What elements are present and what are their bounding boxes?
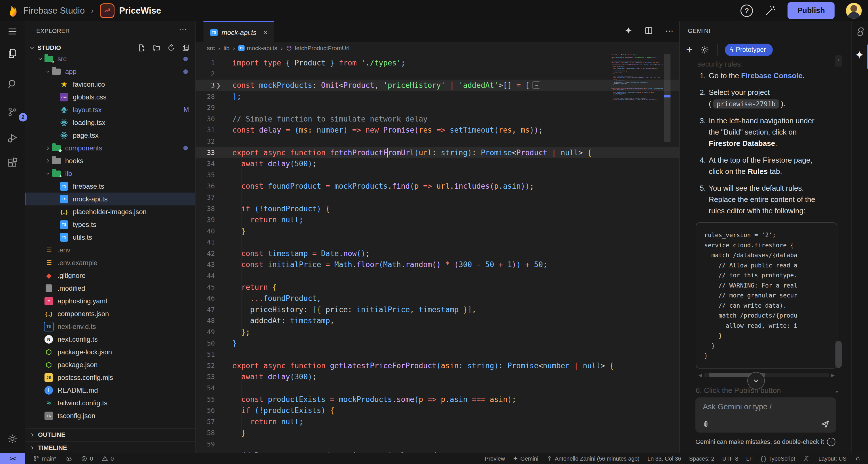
tree-item-page.tsx[interactable]: page.tsx (25, 129, 195, 142)
new-chat-icon[interactable]: + (686, 43, 692, 56)
tree-item-globals.css[interactable]: cssglobals.css (25, 91, 195, 103)
tree-item-layout.tsx[interactable]: layout.tsxM (25, 103, 195, 116)
breadcrumb-item-fetchProductFromUrl[interactable]: fetchProductFromUrl (286, 45, 349, 52)
tree-item-app[interactable]: app (25, 65, 195, 78)
tree-item-next-env.d.ts[interactable]: TSnext-env.d.ts (25, 320, 195, 333)
tree-item-README.md[interactable]: iREADME.md (25, 384, 195, 397)
debug-icon[interactable] (6, 132, 19, 144)
react-icon (59, 119, 69, 127)
tree-item-loading.tsx[interactable]: loading.tsx (25, 116, 195, 129)
activity-bar: 2 (0, 21, 25, 453)
status-ln-33-col-36[interactable]: Ln 33, Col 36 (645, 453, 684, 464)
ts-file-icon: TS (210, 29, 218, 36)
status-cloud-upload-icon[interactable] (62, 453, 75, 464)
scroll-right-icon[interactable]: ▶ (830, 372, 836, 378)
split-editor-icon[interactable] (644, 26, 653, 35)
publish-button[interactable]: Publish (787, 2, 835, 19)
outline-section[interactable]: OUTLINE (25, 429, 195, 442)
tree-item-postcss.config.mjs[interactable]: JSpostcss.config.mjs (25, 371, 195, 384)
avatar[interactable] (846, 3, 862, 19)
minimap[interactable]: import type { Product } from './types';c… (612, 55, 663, 103)
tree-item-mock-api.ts[interactable]: TSmock-api.ts (25, 193, 195, 205)
tab-mock-api[interactable]: TS mock-api.ts × (204, 21, 274, 43)
remote-indicator[interactable]: >< (0, 453, 25, 464)
studio-swirl-icon[interactable] (855, 27, 866, 40)
attach-icon[interactable] (702, 420, 710, 429)
tree-item-apphosting.yaml[interactable]: ≡apphosting.yaml (25, 295, 195, 307)
env-icon: ☰ (44, 246, 54, 254)
panel-scrollbar-thumb[interactable] (835, 341, 842, 368)
rules-code-block[interactable]: rules_version = '2';service cloud.firest… (696, 222, 837, 368)
ellipsis-icon[interactable]: ⋯ (179, 24, 187, 34)
tree-item-.modified[interactable]: .modified (25, 282, 195, 295)
tree-item-types.ts[interactable]: TStypes.ts (25, 218, 195, 231)
breadcrumb-item-src[interactable]: src (207, 45, 215, 52)
tree-item-next.config.ts[interactable]: Nnext.config.ts (25, 333, 195, 345)
status-preview[interactable]: Preview (482, 453, 508, 464)
firebase-console-link[interactable]: Firebase Console (741, 71, 803, 80)
tree-item-tsconfig.json[interactable]: TStsconfig.json (25, 409, 195, 422)
tree-item-.env[interactable]: ☰.env (25, 243, 195, 256)
tree-item-components.json[interactable]: {..}components.json (25, 307, 195, 320)
status-lf[interactable]: LF (743, 453, 755, 464)
editor-scrollbar[interactable] (664, 55, 671, 142)
status-person-check-icon[interactable] (800, 453, 813, 464)
timeline-section[interactable]: TIMELINE (25, 442, 195, 453)
code-horizontal-scrollbar[interactable]: ◀ ▶ (697, 372, 836, 378)
panel-scroll-up[interactable]: ▲ (835, 55, 842, 67)
code-editor[interactable]: 1import type { Product } from './types';… (195, 55, 679, 453)
files-icon[interactable] (6, 47, 19, 59)
refresh-icon[interactable] (167, 44, 176, 52)
source-control-icon[interactable]: 2 (6, 106, 19, 118)
tree-item-.env.example[interactable]: ☰.env.example (25, 256, 195, 269)
status-layout-us[interactable]: Layout: US (815, 453, 849, 464)
gemini-input[interactable]: Ask Gemini or type / (695, 397, 836, 433)
tree-item-utils.ts[interactable]: TSutils.ts (25, 231, 195, 243)
scrollbar-marker (664, 95, 671, 97)
status-spaces-2[interactable]: Spaces: 2 (686, 453, 717, 464)
help-icon[interactable]: ? (741, 4, 753, 17)
tree-item-src[interactable]: ‹›src (25, 53, 195, 65)
new-folder-icon[interactable] (152, 44, 161, 52)
status-0[interactable]: 0 (78, 453, 96, 464)
settings-gear-icon[interactable] (6, 433, 19, 445)
more-actions-icon[interactable]: ⋯ (665, 26, 674, 36)
status-main-[interactable]: main* (30, 453, 59, 464)
breadcrumb[interactable]: src›lib›TSmock-api.ts›fetchProductFromUr… (195, 42, 679, 55)
tree-item-tailwind.config.ts[interactable]: ≈tailwind.config.ts (25, 397, 195, 409)
scroll-to-bottom-button[interactable] (747, 372, 765, 390)
rules-code-line: match /products/{produ (704, 311, 837, 321)
status-bell-icon[interactable] (851, 453, 864, 464)
tree-item-firebase.ts[interactable]: TSfirebase.ts (25, 180, 195, 193)
extensions-icon[interactable] (6, 157, 19, 169)
scroll-left-icon[interactable]: ◀ (697, 372, 704, 378)
send-icon[interactable] (821, 420, 830, 429)
tree-item-.gitignore[interactable]: ◆.gitignore (25, 269, 195, 282)
magic-wand-icon[interactable] (764, 5, 776, 17)
folder-icon (52, 67, 61, 76)
sparkle-icon[interactable]: ✦ (625, 25, 632, 36)
collapse-all-icon[interactable] (182, 44, 190, 52)
gemini-sparkle-icon[interactable]: ✦ (855, 48, 864, 62)
tree-item-lib[interactable]: +lib (25, 167, 195, 180)
tree-item-components[interactable]: ◆components (25, 142, 195, 154)
status-antonello-zanini-56-minutes-ag[interactable]: Antonello Zanini (56 minutes ago) (544, 453, 643, 464)
tree-item-package.json[interactable]: ⬡package.json (25, 358, 195, 371)
search-icon[interactable] (6, 78, 19, 90)
close-icon[interactable]: × (263, 28, 268, 37)
new-file-icon[interactable] (137, 44, 146, 52)
prototyper-pill[interactable]: ϟ Prototyper (725, 44, 773, 56)
status-utf-8[interactable]: UTF-8 (719, 453, 741, 464)
breadcrumb-item-mock-api.ts[interactable]: TSmock-api.ts (238, 45, 277, 52)
status-typescript[interactable]: { }TypeScript (758, 453, 798, 464)
status-0[interactable]: 0 (99, 453, 117, 464)
menu-icon[interactable] (6, 25, 19, 38)
breadcrumb-item-lib[interactable]: lib (224, 45, 229, 52)
gear-icon[interactable] (700, 45, 710, 55)
panel-scroll-down[interactable]: ▼ (835, 390, 839, 394)
tree-item-placeholder-images.json[interactable]: {..}placeholder-images.json (25, 205, 195, 218)
tree-item-package-lock.json[interactable]: ⬡package-lock.json (25, 345, 195, 358)
tree-item-hooks[interactable]: hooks (25, 154, 195, 167)
status-gemini[interactable]: ✦Gemini (510, 453, 541, 464)
tree-item-favicon.ico[interactable]: ★favicon.ico (25, 78, 195, 91)
